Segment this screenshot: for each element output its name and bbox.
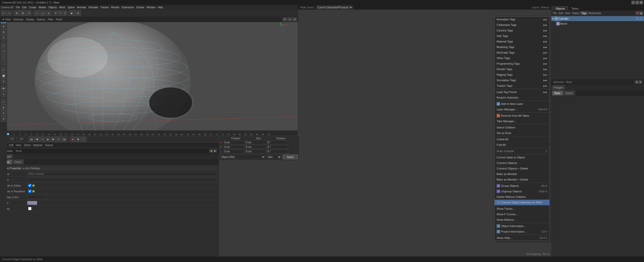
takes-tab[interactable]: Takes bbox=[568, 6, 582, 11]
ctx-connect-objects[interactable]: Connect Objects bbox=[495, 160, 549, 166]
sphere-button[interactable]: ◯ bbox=[40, 10, 45, 16]
rotate-tool-button[interactable]: ↺ bbox=[26, 10, 31, 16]
ctx-restore-selection[interactable]: Restore Selection bbox=[495, 95, 549, 100]
cylinder-vis1[interactable] bbox=[636, 17, 639, 20]
timeline-playhead[interactable] bbox=[7, 133, 9, 135]
ctx-show-tracks[interactable]: Show Tracks... bbox=[495, 206, 549, 211]
ctx-group-objects[interactable]: ⊞ Group Objects Alt+G bbox=[495, 183, 549, 189]
panel-menu-btn[interactable]: Panel bbox=[55, 18, 63, 21]
ctx-ungroup-objects[interactable]: ⊟ Ungroup Objects Shift+G bbox=[495, 189, 549, 194]
keyframe-button[interactable]: ◆ bbox=[76, 137, 81, 142]
ctx-select-children[interactable]: Select Children bbox=[495, 125, 549, 130]
auto-key-button[interactable]: A bbox=[81, 137, 86, 142]
ctx-tracker-tags[interactable]: Tracker Tags ▶ bbox=[495, 83, 549, 89]
size-y-input[interactable] bbox=[245, 145, 266, 149]
ctx-programming-tags[interactable]: Programming Tags ▶ bbox=[495, 61, 549, 66]
menu-simulate[interactable]: Simulate bbox=[87, 6, 99, 9]
viewport-layout-btn[interactable]: ⊟ bbox=[288, 17, 292, 21]
menu-help[interactable]: Help bbox=[157, 6, 164, 9]
viewport-3d[interactable]: Perspective Default Camera++ bbox=[7, 17, 298, 130]
name-input[interactable] bbox=[27, 172, 217, 176]
tool-point[interactable]: · bbox=[1, 60, 6, 65]
obj-file-btn[interactable]: File bbox=[552, 12, 558, 15]
move-tool-button[interactable]: ⊕ bbox=[14, 10, 19, 16]
ctx-current-state[interactable]: Current State to Object bbox=[495, 155, 549, 160]
layer-field[interactable] bbox=[27, 178, 217, 182]
stop-button[interactable]: ■ bbox=[45, 137, 50, 142]
next-frame-button[interactable]: ▷ bbox=[56, 137, 61, 142]
z-coord-button[interactable]: Z bbox=[63, 11, 67, 16]
rot-z-input[interactable] bbox=[267, 149, 288, 153]
tool-sculpt[interactable]: ⬤ bbox=[1, 73, 6, 78]
attr-back-btn[interactable]: ◀ bbox=[209, 149, 213, 153]
tool-object-manager[interactable]: ≡ bbox=[1, 99, 6, 104]
menu-objects[interactable]: Objects bbox=[47, 6, 58, 9]
obj-pin-btn[interactable]: 📌 bbox=[636, 11, 639, 15]
go-start-button[interactable]: ⏮ bbox=[29, 137, 34, 142]
ctx-bake-as-alembic[interactable]: Bake as Alembic bbox=[495, 171, 549, 177]
ctx-other-tags[interactable]: Other Tags ▶ bbox=[495, 55, 549, 61]
scale-tool-button[interactable]: ⊞ bbox=[20, 10, 25, 16]
filter-menu-btn[interactable]: Filter bbox=[47, 18, 54, 21]
viewport-fullscreen-btn[interactable]: ⊠ bbox=[293, 17, 297, 21]
menu-octane[interactable]: Octane bbox=[135, 6, 145, 9]
x-coord-button[interactable]: X bbox=[54, 11, 58, 16]
display-color-field[interactable] bbox=[27, 195, 47, 199]
attr-right-forward[interactable]: ▶ bbox=[639, 80, 642, 84]
visible-editor-checkbox[interactable] bbox=[28, 184, 31, 187]
pos-x-input[interactable] bbox=[224, 140, 245, 144]
tool-light[interactable]: ☀ bbox=[1, 92, 6, 97]
ctx-modeling-tags[interactable]: Modeling Tags ▶ bbox=[495, 44, 549, 50]
view-menu-btn[interactable]: ▼ View bbox=[1, 18, 12, 21]
visible-renderer-checkbox[interactable] bbox=[28, 190, 31, 193]
current-frame-input[interactable] bbox=[8, 137, 17, 141]
obj-tags-btn[interactable]: Tags bbox=[580, 12, 588, 15]
obj-bevel-item[interactable]: ⊞ Bevel bbox=[551, 21, 644, 26]
ctx-unfold-all[interactable]: Unfold All bbox=[495, 137, 549, 142]
ctx-show-help[interactable]: Show Help... Ctrl+F1 bbox=[495, 235, 549, 241]
viewport-expand-btn[interactable]: ⊞ bbox=[283, 17, 287, 21]
object-space-select[interactable]: Object (Rel) bbox=[220, 155, 265, 159]
attr-forward-btn[interactable]: ▶ bbox=[213, 149, 217, 153]
ctx-render-tags[interactable]: Render Tags ▶ bbox=[495, 66, 549, 72]
tool-script[interactable]: S bbox=[1, 116, 6, 122]
ctx-convert-to-xref[interactable]: ↗ Convert Object Selection to XRef bbox=[495, 200, 549, 205]
obj-edit-btn[interactable]: Edit bbox=[558, 12, 564, 15]
y-coord-button[interactable]: Y bbox=[58, 11, 63, 16]
menu-spline[interactable]: Spline bbox=[67, 6, 76, 9]
apply-button[interactable]: Apply bbox=[283, 154, 298, 159]
ctx-animation-tags[interactable]: Animation Tags ▶ bbox=[495, 17, 549, 22]
obj-cylinder-item[interactable]: ▶ ⊗ Cylinder bbox=[551, 16, 644, 21]
cameras-menu-btn[interactable]: Cameras bbox=[12, 18, 24, 21]
ctx-show-motions[interactable]: Show Motions... bbox=[495, 217, 549, 223]
tool-rotate[interactable]: ↺ bbox=[1, 35, 6, 40]
play-reverse-button[interactable]: ◁ bbox=[40, 137, 45, 142]
tool-polygon[interactable]: ⬡ bbox=[1, 48, 6, 54]
obj-lock-btn[interactable]: 🔒 bbox=[639, 11, 643, 15]
mat-texture-btn[interactable]: Texture bbox=[44, 144, 54, 147]
tool-model[interactable]: ◻ bbox=[1, 42, 6, 48]
render-button[interactable]: ▶ bbox=[69, 10, 75, 16]
display-menu-btn[interactable]: Display bbox=[25, 18, 35, 21]
size-z-input[interactable] bbox=[245, 149, 266, 153]
attr-right-back[interactable]: ◀ bbox=[635, 80, 638, 84]
ctx-project-info[interactable]: ℹ Project Information... Ctrl+I bbox=[495, 229, 549, 234]
redo-button[interactable]: ↪ bbox=[7, 11, 12, 16]
ctx-camera-tags[interactable]: Camera Tags ▶ bbox=[495, 28, 549, 33]
menu-create[interactable]: Create bbox=[28, 6, 37, 9]
ctx-mograph-tags[interactable]: MoGraph Tags ▶ bbox=[495, 50, 549, 55]
play-button[interactable]: ▶ bbox=[51, 137, 56, 142]
tool-scale[interactable]: ⊞ bbox=[1, 29, 6, 35]
start-frame-input[interactable] bbox=[17, 137, 26, 141]
undo-button[interactable]: ↩ bbox=[1, 11, 6, 16]
pos-y-input[interactable] bbox=[224, 145, 245, 149]
rot-y-input[interactable] bbox=[267, 145, 288, 149]
menu-edit[interactable]: Edit bbox=[21, 6, 27, 9]
ctx-load-tag-preset[interactable]: Load Tag Preset ▶ bbox=[495, 89, 549, 95]
ctx-hair-tags[interactable]: Hair Tags ▶ bbox=[495, 33, 549, 39]
mat-select-btn[interactable]: Select bbox=[23, 144, 32, 147]
cylinder-vis2[interactable] bbox=[640, 17, 643, 20]
menu-extensions[interactable]: Extensions bbox=[121, 6, 135, 9]
ctx-c4doctane-tags[interactable]: C4doctane Tags ▶ bbox=[495, 22, 549, 28]
tool-material-manager[interactable]: ◈ bbox=[1, 105, 6, 110]
